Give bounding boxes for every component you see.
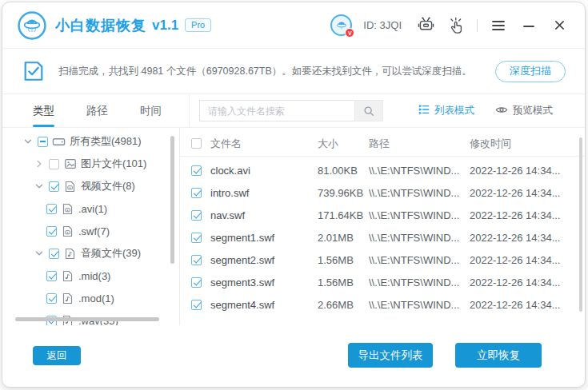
tab-time[interactable]: 时间 bbox=[140, 94, 162, 127]
tree-checkbox[interactable] bbox=[46, 293, 57, 304]
table-row[interactable]: nav.swf 171.64KB \\.\E:\NTFS\WIND... 202… bbox=[180, 204, 585, 226]
row-checkbox[interactable] bbox=[191, 255, 202, 265]
chevron-down-icon[interactable] bbox=[33, 181, 45, 193]
tree-vertical-scrollbar[interactable] bbox=[170, 136, 174, 264]
minimize-icon[interactable] bbox=[519, 16, 538, 35]
menu-icon[interactable] bbox=[489, 16, 508, 35]
row-checkbox[interactable] bbox=[191, 210, 202, 221]
tree-item-label: .swf(7) bbox=[78, 225, 110, 237]
preview-mode-toggle[interactable]: 预览模式 bbox=[495, 104, 553, 117]
table-row[interactable]: segment1.swf 2.01MB \\.\E:\NTFS\WIND... … bbox=[180, 226, 585, 249]
export-file-list-button[interactable]: 导出文件列表 bbox=[348, 343, 433, 368]
chevron-down-icon[interactable] bbox=[22, 136, 34, 148]
tree-checkbox[interactable] bbox=[46, 271, 57, 281]
tree-item[interactable]: .mid(3) bbox=[2, 265, 179, 287]
back-button[interactable]: 返回 bbox=[33, 346, 81, 365]
tree-item[interactable]: 图片文件(101) bbox=[2, 153, 179, 175]
image-file-icon bbox=[63, 157, 77, 171]
scan-complete-icon bbox=[22, 59, 46, 83]
video-file-icon bbox=[61, 202, 74, 216]
file-name: segment4.swf bbox=[210, 299, 318, 311]
tree-item-label: 音频文件(39) bbox=[81, 246, 141, 261]
table-row[interactable]: segment4.swf 2.66MB \\.\E:\NTFS\WIND... … bbox=[180, 293, 585, 316]
video-file-icon bbox=[63, 180, 77, 193]
file-name: segment2.swf bbox=[210, 254, 318, 266]
tree-item[interactable]: 音频文件(39) bbox=[2, 242, 179, 265]
file-size: 171.64KB bbox=[318, 209, 369, 221]
table-row[interactable]: intro.swf 739.96KB \\.\E:\NTFS\WIND... 2… bbox=[180, 181, 585, 204]
app-window: 小白数据恢复 v1.1 Pro V ID: 3JQI bbox=[2, 2, 586, 388]
title-bar: 小白数据恢复 v1.1 Pro V ID: 3JQI bbox=[2, 2, 585, 49]
tab-path[interactable]: 路径 bbox=[86, 94, 108, 127]
audio-file-icon bbox=[63, 247, 77, 261]
tab-type[interactable]: 类型 bbox=[33, 94, 54, 127]
tree-item[interactable]: 视频文件(8) bbox=[2, 175, 179, 197]
table-vertical-scrollbar[interactable] bbox=[579, 137, 582, 312]
file-modified: 2022-12-26 14:34... bbox=[470, 299, 570, 311]
file-size: 2.01MB bbox=[318, 232, 369, 244]
footer-bar: 返回 导出文件列表 立即恢复 bbox=[2, 325, 585, 387]
tree-checkbox[interactable] bbox=[49, 249, 59, 259]
row-checkbox[interactable] bbox=[191, 300, 202, 310]
column-size: 大小 bbox=[318, 137, 369, 151]
user-id: ID: 3JQI bbox=[363, 19, 402, 31]
file-modified: 2022-12-26 14:34... bbox=[470, 232, 570, 244]
recover-now-button[interactable]: 立即恢复 bbox=[455, 343, 542, 368]
hand-click-icon[interactable] bbox=[446, 16, 466, 35]
file-name: intro.swf bbox=[210, 187, 318, 199]
column-filename: 文件名 bbox=[210, 137, 318, 151]
tree-item[interactable]: .swf(7) bbox=[2, 220, 179, 242]
file-path: \\.\E:\NTFS\WIND... bbox=[369, 299, 470, 311]
file-name: segment3.swf bbox=[210, 277, 318, 289]
tree-item[interactable]: .mod(1) bbox=[2, 287, 179, 309]
chevron-down-icon[interactable] bbox=[33, 248, 45, 260]
file-name: segment1.swf bbox=[210, 232, 318, 244]
file-path: \\.\E:\NTFS\WIND... bbox=[369, 277, 470, 289]
table-row[interactable]: segment3.swf 1.56MB \\.\E:\NTFS\WIND... … bbox=[180, 271, 585, 293]
search-button[interactable] bbox=[354, 100, 383, 121]
app-title: 小白数据恢复 bbox=[55, 16, 146, 35]
file-size: 739.96KB bbox=[318, 187, 369, 199]
row-checkbox[interactable] bbox=[191, 233, 202, 243]
tree-checkbox[interactable] bbox=[46, 204, 57, 214]
file-name: nav.swf bbox=[210, 209, 318, 221]
app-logo-icon bbox=[17, 10, 47, 41]
file-size: 2.66MB bbox=[318, 299, 369, 311]
tree-item-label: .mod(1) bbox=[78, 292, 114, 304]
file-modified: 2022-12-26 14:34... bbox=[470, 187, 570, 199]
row-checkbox[interactable] bbox=[191, 165, 202, 176]
row-checkbox[interactable] bbox=[191, 188, 202, 198]
search-input[interactable] bbox=[199, 100, 354, 121]
deep-scan-button[interactable]: 深度扫描 bbox=[495, 61, 566, 82]
file-path: \\.\E:\NTFS\WIND... bbox=[369, 165, 470, 177]
audio-file-icon bbox=[61, 292, 74, 305]
row-checkbox[interactable] bbox=[191, 277, 202, 288]
select-all-checkbox[interactable] bbox=[191, 138, 202, 149]
file-size: 1.56MB bbox=[318, 277, 369, 289]
user-avatar[interactable]: V bbox=[330, 14, 352, 36]
column-modified: 修改时间 bbox=[470, 137, 570, 151]
tree-checkbox[interactable] bbox=[38, 137, 48, 147]
table-row[interactable]: clock.avi 81.00KB \\.\E:\NTFS\WIND... 20… bbox=[180, 159, 585, 181]
file-type-tree: 所有类型(4981) 图片文件(101) 视频文件(8) .avi(1) .sw… bbox=[2, 128, 180, 325]
video-file-icon bbox=[61, 225, 74, 238]
tree-checkbox[interactable] bbox=[49, 159, 59, 169]
chevron-right-icon[interactable] bbox=[33, 158, 45, 170]
list-mode-toggle[interactable]: 列表模式 bbox=[418, 104, 474, 117]
close-icon[interactable] bbox=[550, 16, 569, 35]
app-version: v1.1 bbox=[152, 18, 178, 34]
table-row[interactable]: segment2.swf 1.56MB \\.\E:\NTFS\WIND... … bbox=[180, 249, 585, 271]
tree-checkbox[interactable] bbox=[49, 181, 59, 192]
file-path: \\.\E:\NTFS\WIND... bbox=[369, 209, 470, 221]
file-path: \\.\E:\NTFS\WIND... bbox=[369, 187, 470, 199]
tree-checkbox[interactable] bbox=[46, 226, 57, 237]
file-size: 81.00KB bbox=[318, 165, 369, 177]
tree-item[interactable]: 所有类型(4981) bbox=[2, 130, 179, 153]
tree-item-label: 图片文件(101) bbox=[81, 157, 146, 171]
tree-item[interactable]: .avi(1) bbox=[2, 197, 179, 220]
file-modified: 2022-12-26 14:34... bbox=[470, 209, 570, 221]
file-path: \\.\E:\NTFS\WIND... bbox=[369, 254, 470, 266]
robot-assistant-icon[interactable] bbox=[416, 16, 435, 35]
file-name: clock.avi bbox=[210, 165, 318, 177]
tree-horizontal-scrollbar[interactable] bbox=[15, 317, 159, 321]
